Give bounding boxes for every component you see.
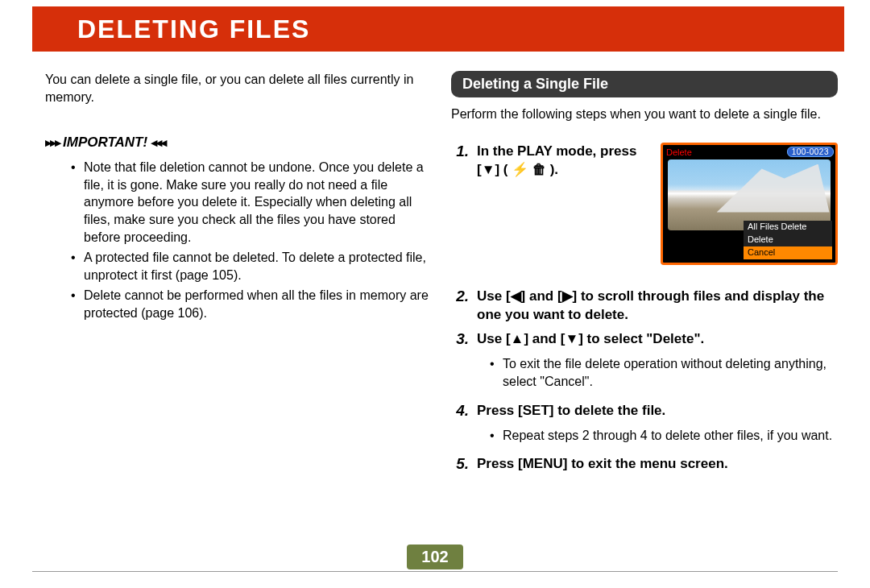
intro-text: You can delete a single file, or you can… xyxy=(45,71,432,106)
step-3-row: 3. Use [▲] and [▼] to select "Delete". xyxy=(451,330,838,349)
important-item: Delete cannot be performed when all the … xyxy=(71,287,432,321)
page-number: 102 xyxy=(407,545,462,569)
step-number: 3. xyxy=(451,330,469,348)
important-bullets: Note that file deletion cannot be undone… xyxy=(45,159,432,321)
step-number: 2. xyxy=(451,288,469,305)
camera-screen-mock: Delete 100-0023 All Files Delete Delete … xyxy=(661,143,838,265)
step-4-row: 4. Press [SET] to delete the file. xyxy=(451,402,838,420)
menu-item-delete: Delete xyxy=(744,234,832,246)
step-text: Use [◀] and [▶] to scroll through files … xyxy=(477,288,838,325)
camera-context-menu: All Files Delete Delete Cancel xyxy=(744,221,832,259)
step-text: Press [MENU] to exit the menu screen. xyxy=(477,455,838,474)
footer-divider xyxy=(32,571,838,572)
section-header: Deleting a Single File xyxy=(451,71,838,97)
menu-item-all-files-delete: All Files Delete xyxy=(744,221,832,234)
page-title-bar: DELETING FILES xyxy=(32,6,844,52)
mountain-illustration xyxy=(717,164,830,213)
step-number: 1. xyxy=(451,143,469,180)
page-title: DELETING FILES xyxy=(77,14,310,44)
step-number: 4. xyxy=(451,402,469,420)
step-4-sublist-item: Repeat steps 2 through 4 to delete other… xyxy=(490,427,838,445)
camera-mode-label: Delete xyxy=(665,147,692,157)
arrows-right-icon: ▶▶▶ xyxy=(45,138,60,148)
important-item: A protected file cannot be deleted. To d… xyxy=(71,249,432,284)
left-column: You can delete a single file, or you can… xyxy=(45,71,432,480)
section-intro: Perform the following steps when you wan… xyxy=(451,106,838,123)
step-5-row: 5. Press [MENU] to exit the menu screen. xyxy=(451,455,838,474)
step-text: In the PLAY mode, press [▼] ( ⚡ 🗑 ). xyxy=(477,143,652,180)
step-text: Press [SET] to delete the file. xyxy=(477,402,838,420)
arrows-left-icon: ◀◀◀ xyxy=(151,138,165,148)
right-column: Deleting a Single File Perform the follo… xyxy=(451,71,838,480)
step-1-row: 1. In the PLAY mode, press [▼] ( ⚡ 🗑 ). … xyxy=(451,143,838,281)
camera-file-number: 100-0023 xyxy=(787,147,834,157)
step-number: 5. xyxy=(451,455,469,473)
step-2-row: 2. Use [◀] and [▶] to scroll through fil… xyxy=(451,288,838,325)
important-label: IMPORTANT! xyxy=(63,135,147,151)
step-4-sublist: Repeat steps 2 through 4 to delete other… xyxy=(490,427,838,445)
menu-item-cancel: Cancel xyxy=(744,246,832,259)
important-heading: ▶▶▶ IMPORTANT! ◀◀◀ xyxy=(45,135,432,151)
step-text: Use [▲] and [▼] to select "Delete". xyxy=(477,330,838,349)
camera-preview-image xyxy=(668,159,831,230)
step-3-sublist-item: To exit the file delete operation withou… xyxy=(490,355,838,390)
important-item: Note that file deletion cannot be undone… xyxy=(71,159,432,246)
page-footer: 102 xyxy=(0,545,870,572)
step-3-sublist: To exit the file delete operation withou… xyxy=(490,355,838,390)
